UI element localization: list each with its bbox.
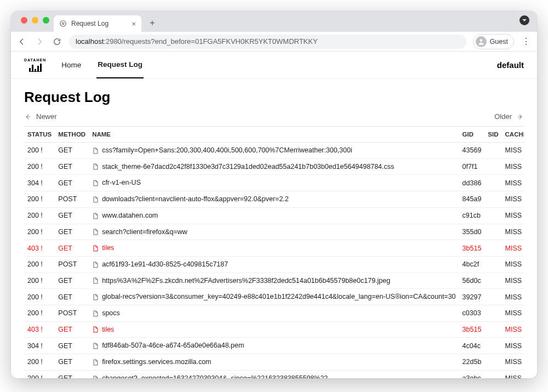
older-button[interactable]: Older xyxy=(494,112,524,121)
brand-logo[interactable]: DATAHEN xyxy=(24,58,46,72)
table-row[interactable]: 304 !GETfdf846ab-507a-46ce-a674-65a0e0e6… xyxy=(24,338,524,354)
cell-status: 200 ! xyxy=(24,370,55,378)
file-icon xyxy=(92,196,99,203)
file-icon xyxy=(92,342,99,350)
col-gid[interactable]: GID xyxy=(459,127,485,143)
cell-status: 200 ! xyxy=(24,272,55,289)
browser-window: Request Log × + localhost:2980/requests?… xyxy=(11,11,537,378)
cell-method: GET xyxy=(55,354,89,371)
col-status[interactable]: STATUS xyxy=(24,127,55,143)
cell-sid xyxy=(484,354,501,371)
request-table: STATUS METHOD NAME GID SID CACHE SIZE TI… xyxy=(24,127,524,378)
table-row[interactable]: 200 !POSTspocsc0303MISS-1 B F T2021 xyxy=(24,305,524,322)
close-window-icon[interactable] xyxy=(21,17,27,24)
pager: Newer Older xyxy=(24,112,524,121)
cell-cache: MISS xyxy=(502,256,524,272)
file-icon xyxy=(92,245,99,252)
cell-method: GET xyxy=(55,240,89,257)
cell-sid xyxy=(484,191,501,208)
cell-method: GET xyxy=(55,224,89,240)
table-row[interactable]: 200 !GETfirefox.settings.services.mozill… xyxy=(24,354,524,371)
table-row[interactable]: 304 !GETcfr-v1-en-USdd386MISS0 B F T2021 xyxy=(24,175,524,191)
logo-bars-icon xyxy=(29,63,42,72)
table-row[interactable]: 200 !GETchangeset?_expected=163242703930… xyxy=(24,370,524,378)
cell-name: css?family=Open+Sans:200,300,400,400i,50… xyxy=(89,143,459,159)
tab-close-icon[interactable]: × xyxy=(127,20,136,28)
cell-sid xyxy=(484,240,501,257)
favicon-icon xyxy=(59,20,67,27)
table-row[interactable]: 200 !GETwww.datahen.comc91cbMISS-1 B F T… xyxy=(24,207,524,224)
cell-cache: MISS xyxy=(502,354,524,371)
cell-sid xyxy=(484,143,501,159)
cell-name: firefox.settings.services.mozilla.com xyxy=(89,354,459,371)
brand-text: DATAHEN xyxy=(24,58,46,62)
new-tab-button[interactable]: + xyxy=(145,15,160,31)
newer-button[interactable]: Newer xyxy=(24,112,57,121)
cell-gid: 39297 xyxy=(459,289,485,305)
cell-name: spocs xyxy=(89,305,459,322)
cell-name: stack_theme-6e7dacd2c42f8f1330e3d7c3129a… xyxy=(89,158,459,175)
forward-icon[interactable] xyxy=(34,36,45,47)
browser-tab[interactable]: Request Log × xyxy=(54,15,141,32)
col-cache[interactable]: CACHE xyxy=(502,127,524,143)
cell-cache: MISS xyxy=(502,191,524,208)
tab-bar: Request Log × + xyxy=(11,11,537,32)
cell-method: GET xyxy=(55,370,89,378)
col-sid[interactable]: SID xyxy=(484,127,501,143)
table-row[interactable]: 403 !GETtiles3b515MISS3 B F T2021 xyxy=(24,240,524,257)
table-row[interactable]: 200 !GETstack_theme-6e7dacd2c42f8f1330e3… xyxy=(24,158,524,175)
url-input[interactable]: localhost:2980/requests?end_before=01FGA… xyxy=(69,35,466,49)
browser-menu-icon[interactable]: ⋮ xyxy=(521,36,532,47)
profile-chip[interactable]: Guest xyxy=(473,34,514,49)
cell-cache: MISS xyxy=(502,207,524,224)
cell-method: GET xyxy=(55,321,89,338)
cell-status: 304 ! xyxy=(24,338,55,354)
file-icon xyxy=(92,228,99,236)
table-row[interactable]: 200 !POSTdownloads?client=navclient-auto… xyxy=(24,191,524,208)
table-row[interactable]: 200 !GETsearch?client=firefox&q=ww355d0M… xyxy=(24,224,524,240)
cell-status: 200 ! xyxy=(24,224,55,240)
col-method[interactable]: METHOD xyxy=(55,127,89,143)
svg-point-2 xyxy=(480,39,482,42)
cell-sid xyxy=(484,338,501,354)
cell-cache: MISS xyxy=(502,224,524,240)
table-row[interactable]: 200 !POSTacf61f93-1e91-4d30-8525-c409815… xyxy=(24,256,524,272)
cell-cache: MISS xyxy=(502,321,524,338)
tab-title: Request Log xyxy=(71,20,127,27)
table-row[interactable]: 200 !GETcss?family=Open+Sans:200,300,400… xyxy=(24,143,524,159)
profile-label: Guest xyxy=(490,38,508,46)
cell-gid: 4c04c xyxy=(459,338,485,354)
cell-sid xyxy=(484,370,501,378)
cell-cache: MISS xyxy=(502,143,524,159)
cell-gid: a3ebc xyxy=(459,370,485,378)
col-name[interactable]: NAME xyxy=(89,127,459,143)
traffic-lights xyxy=(18,11,54,32)
nav-home[interactable]: Home xyxy=(60,52,82,78)
cell-status: 200 ! xyxy=(24,143,55,159)
cell-method: GET xyxy=(55,272,89,289)
table-row[interactable]: 200 !GETglobal-recs?version=3&consumer_k… xyxy=(24,289,524,305)
cell-name: https%3A%2F%2Fs.zkcdn.net%2FAdvertisers%… xyxy=(89,272,459,289)
table-row[interactable]: 403 !GETtiles3b515MISS3 B F T2021 xyxy=(24,321,524,338)
cell-method: GET xyxy=(55,158,89,175)
cell-cache: MISS xyxy=(502,175,524,191)
guest-avatar-icon xyxy=(476,36,487,47)
file-icon xyxy=(92,212,99,220)
cell-name: fdf846ab-507a-46ce-a674-65a0e0e66a48.pem xyxy=(89,338,459,354)
cell-sid xyxy=(484,207,501,224)
reload-icon[interactable] xyxy=(52,36,62,47)
table-row[interactable]: 200 !GEThttps%3A%2F%2Fs.zkcdn.net%2FAdve… xyxy=(24,272,524,289)
cell-sid xyxy=(484,158,501,175)
svg-point-1 xyxy=(62,22,64,25)
file-icon xyxy=(92,359,99,366)
maximize-window-icon[interactable] xyxy=(43,17,49,24)
minimize-window-icon[interactable] xyxy=(32,17,38,24)
cell-status: 200 ! xyxy=(24,289,55,305)
nav-request-log[interactable]: Request Log xyxy=(96,52,144,78)
cell-method: GET xyxy=(55,143,89,159)
cell-gid: 845a9 xyxy=(459,191,485,208)
back-icon[interactable] xyxy=(16,36,27,47)
file-icon xyxy=(92,261,99,269)
cell-gid: 56d0c xyxy=(459,272,485,289)
tabs-dropdown-icon[interactable] xyxy=(520,15,529,25)
